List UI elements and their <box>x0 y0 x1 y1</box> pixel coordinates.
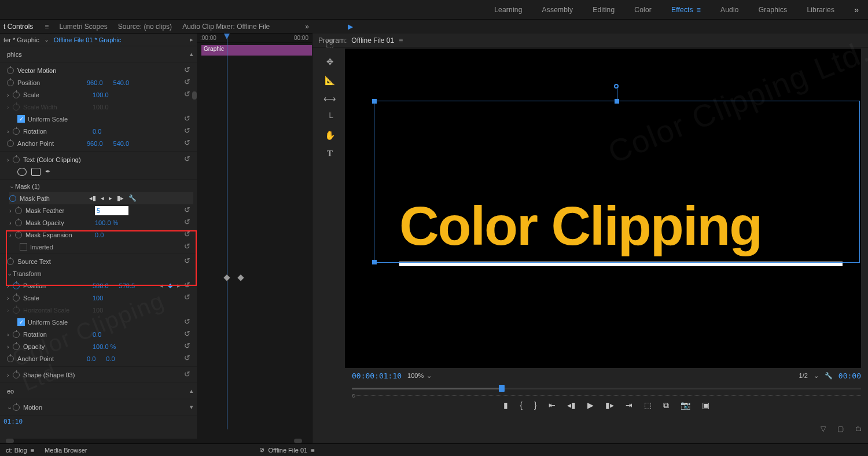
tab-effect-controls[interactable]: t Controls <box>3 23 33 31</box>
stopwatch-icon[interactable] <box>7 355 14 362</box>
playhead[interactable] <box>227 34 227 429</box>
tf-pos-x[interactable]: 588.0 <box>93 282 109 289</box>
ec-scrollbar[interactable] <box>6 439 302 443</box>
out-bracket-icon[interactable]: } <box>534 400 537 410</box>
program-name[interactable]: Offline File 01 <box>351 36 394 45</box>
stopwatch-icon[interactable] <box>13 331 20 338</box>
rotation-handle[interactable] <box>614 84 619 89</box>
tf-rot-val[interactable]: 0.0 <box>93 331 101 338</box>
reset-icon[interactable]: ↺ <box>184 317 190 326</box>
reset-icon[interactable]: ↺ <box>184 354 190 362</box>
scroll-up-icon[interactable]: ▴ <box>190 387 193 395</box>
reset-icon[interactable]: ↺ <box>184 370 190 378</box>
stopwatch-icon[interactable] <box>13 91 20 98</box>
scrollbar-thumb[interactable] <box>192 91 197 100</box>
panel-timecode[interactable]: 01:10 <box>3 418 23 425</box>
ws-libraries[interactable]: Libraries <box>807 6 834 14</box>
twirl-icon[interactable]: ⌄ <box>7 403 11 411</box>
reset-icon[interactable]: ↺ <box>184 126 190 135</box>
panel-menu-icon[interactable]: ≡ <box>399 36 403 45</box>
reset-icon[interactable]: ↺ <box>184 78 190 86</box>
reset-icon[interactable]: ↺ <box>184 155 190 163</box>
scrubber[interactable] <box>352 383 861 397</box>
twirl-icon[interactable]: › <box>7 372 11 378</box>
twirl-icon[interactable]: › <box>7 91 11 98</box>
tab-source[interactable]: Source: (no clips) <box>118 23 172 31</box>
program-monitor[interactable]: Color Clipping Ltd. Color Clipping <box>345 49 861 368</box>
vm-scale-val[interactable]: 100.0 <box>93 91 109 98</box>
tf-pos-y[interactable]: 578.5 <box>119 282 135 289</box>
stopwatch-icon[interactable] <box>13 295 20 301</box>
twirl-icon[interactable]: › <box>7 128 11 135</box>
clip-bar[interactable]: Graphic <box>201 45 312 56</box>
twirl-icon[interactable]: › <box>7 343 11 350</box>
kf-next-icon[interactable]: ▸ <box>177 282 181 289</box>
play-button[interactable]: ▶ <box>587 400 594 410</box>
track-wrench-icon[interactable]: 🔧 <box>128 194 137 202</box>
reset-icon[interactable]: ↺ <box>184 114 190 123</box>
margins-icon[interactable]: ⟷ <box>323 94 336 104</box>
mask-inverted-checkbox[interactable] <box>20 243 27 251</box>
ruler-icon[interactable]: 📐 <box>325 75 336 86</box>
scroll-up-icon[interactable]: ▴ <box>190 50 193 58</box>
step-fwd-icon[interactable]: ▮▸ <box>605 400 614 410</box>
vm-rot-val[interactable]: 0.0 <box>93 128 101 135</box>
twirl-icon[interactable]: › <box>7 295 11 301</box>
twirl-icon[interactable]: › <box>7 331 11 338</box>
reset-icon[interactable]: ↺ <box>184 281 190 289</box>
compare-icon[interactable]: ▣ <box>702 400 709 410</box>
guides-icon[interactable]: └ <box>327 112 333 122</box>
stopwatch-icon[interactable] <box>9 195 16 202</box>
uniform-scale-checkbox[interactable]: ✓ <box>17 115 25 123</box>
text-fx-title[interactable]: Text (Color Clipping) <box>23 156 193 163</box>
kf-prev-icon[interactable]: ◂ <box>160 282 163 289</box>
mask-ellipse-button[interactable] <box>17 168 27 176</box>
motion-label[interactable]: Motion <box>23 404 93 411</box>
reset-icon[interactable]: ↺ <box>184 329 190 338</box>
in-bracket-icon[interactable]: { <box>520 400 523 410</box>
stopwatch-icon[interactable] <box>7 140 14 147</box>
panel-menu-icon[interactable]: ≡ <box>311 447 314 454</box>
mask-pen-button[interactable]: ✒ <box>45 168 54 176</box>
chevron-down-icon[interactable]: ⌄ <box>814 372 819 380</box>
vm-title[interactable]: Vector Motion <box>17 67 87 74</box>
resolution-dropdown[interactable]: 1/2 <box>799 372 808 379</box>
stopwatch-icon[interactable] <box>7 67 14 74</box>
zoom-dropdown[interactable]: 100%⌄ <box>407 372 432 380</box>
stopwatch-icon[interactable] <box>15 231 22 238</box>
goto-out-icon[interactable]: ⇥ <box>626 400 632 410</box>
crop-icon[interactable]: ⬚ <box>326 38 334 49</box>
ws-color[interactable]: Color <box>634 6 652 14</box>
track-fwd-icon[interactable]: ▮▸ <box>117 194 124 202</box>
stopwatch-icon[interactable] <box>13 372 20 378</box>
mask-feather-input[interactable] <box>95 206 128 215</box>
scroll-down-icon[interactable]: ▾ <box>190 403 193 411</box>
scrub-cap-left[interactable] <box>352 394 355 398</box>
ws-overflow-icon[interactable]: » <box>854 5 859 14</box>
stopwatch-icon[interactable] <box>15 219 22 226</box>
stopwatch-icon[interactable] <box>13 156 20 163</box>
stopwatch-icon[interactable] <box>13 404 20 411</box>
track-prev-icon[interactable]: ◂ <box>101 194 104 202</box>
chevron-down-icon[interactable]: ⌄ <box>44 36 49 43</box>
twirl-icon[interactable]: › <box>9 207 13 214</box>
twirl-icon[interactable]: ⌄ <box>9 182 13 190</box>
tf-uniform-checkbox[interactable]: ✓ <box>17 318 25 326</box>
sel-handle-tm[interactable] <box>615 99 619 104</box>
ws-assembly[interactable]: Assembly <box>542 6 573 14</box>
shape-label[interactable]: Shape (Shape 03) <box>23 372 193 378</box>
sel-handle-tl[interactable] <box>372 99 377 104</box>
ws-graphics[interactable]: Graphics <box>759 6 788 14</box>
goto-in-icon[interactable]: ⇤ <box>549 400 556 410</box>
reset-icon[interactable]: ↺ <box>184 230 190 238</box>
bc-sequence[interactable]: Offline File 01 * Graphic <box>54 36 122 43</box>
twirl-icon[interactable]: › <box>7 282 11 289</box>
crosshair-icon[interactable]: ✥ <box>326 57 334 67</box>
ws-editing[interactable]: Editing <box>593 6 615 14</box>
twirl-icon[interactable]: › <box>9 231 13 238</box>
tf-anch-x[interactable]: 0.0 <box>87 355 95 362</box>
keyframe-icon[interactable] <box>223 274 230 281</box>
twirl-icon[interactable]: ⌄ <box>7 270 11 277</box>
bc-play-icon[interactable]: ▸ <box>190 36 193 43</box>
sel-handle-bl[interactable] <box>372 260 377 264</box>
